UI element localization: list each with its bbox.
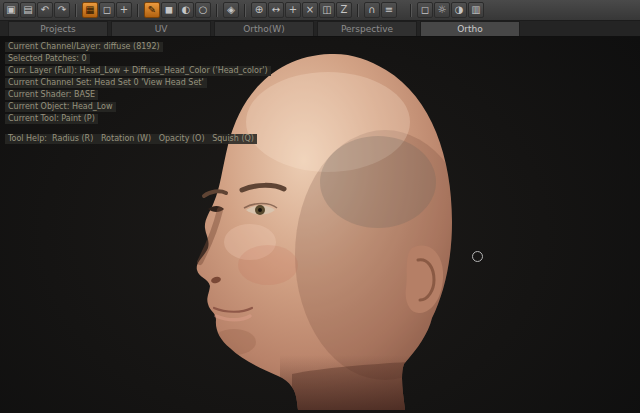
toolbar-separator [137, 4, 139, 17]
projection-group: ◈ [223, 2, 239, 18]
falloff-group: ∩ ≡ [364, 2, 397, 18]
hud-current-channel: Current Channel/Layer: diffuse (8192) [5, 42, 163, 52]
tab-projects[interactable]: Projects [8, 21, 108, 36]
toolbar-separator [216, 4, 218, 17]
hud-selected-patches: Selected Patches: 0 [5, 54, 90, 64]
main-toolbar: ▣ ▤ ↶ ↷ ▦ ◻ + ✎ ◼ ◐ ○ ◈ ⊕ ↔ + × ◫ [0, 0, 640, 21]
move-tool-icon[interactable]: + [116, 2, 132, 18]
mirror-plane-icon[interactable]: ◫ [319, 2, 335, 18]
paint-group: ✎ ◼ ◐ ○ [144, 2, 211, 18]
light-icon[interactable]: ☼ [434, 2, 450, 18]
select-tool-icon[interactable]: ◻ [99, 2, 115, 18]
project-group: ▣ ▤ ↶ ↷ [3, 2, 70, 18]
view-group: ◻ ☼ ◑ ▥ [417, 2, 484, 18]
toolbar-separator [75, 4, 77, 17]
tab-ortho[interactable]: Ortho [420, 21, 520, 36]
save-icon[interactable]: ▤ [20, 2, 36, 18]
tab-perspective[interactable]: Perspective [317, 21, 417, 36]
tab-ortho-w[interactable]: Ortho(W) [214, 21, 314, 36]
toolbar-separator [357, 4, 359, 17]
redo-icon[interactable]: ↷ [54, 2, 70, 18]
hud-channel-set: Current Channel Set: Head Set 0 'View He… [5, 78, 207, 88]
viewport-hud: Current Channel/Layer: diffuse (8192) Se… [5, 42, 271, 144]
hud-current-tool: Current Tool: Paint (P) [5, 114, 98, 124]
profile-icon[interactable]: ≡ [381, 2, 397, 18]
hud-tool-help: Tool Help: Radius (R) Rotation (W) Opaci… [5, 134, 257, 144]
wireframe-icon[interactable]: ▥ [468, 2, 484, 18]
toolbar-separator [410, 4, 412, 17]
paint-through-icon[interactable]: ◈ [223, 2, 239, 18]
mirror-cross-icon[interactable]: × [302, 2, 318, 18]
brush-cursor [472, 251, 483, 262]
tab-uv[interactable]: UV [111, 21, 211, 36]
camera-icon[interactable]: ◻ [417, 2, 433, 18]
buffer-group: ▦ ◻ + [82, 2, 132, 18]
clone-stamp-icon[interactable]: ◐ [178, 2, 194, 18]
mirror-vertical-icon[interactable]: + [285, 2, 301, 18]
falloff-icon[interactable]: ∩ [364, 2, 380, 18]
paint-brush-icon[interactable]: ✎ [144, 2, 160, 18]
depth-mask-icon[interactable]: Z [336, 2, 352, 18]
hud-current-layer: Curr. Layer (Full): Head_Low + Diffuse_H… [5, 66, 271, 76]
eraser-icon[interactable]: ◼ [161, 2, 177, 18]
shadow-icon[interactable]: ◑ [451, 2, 467, 18]
hud-current-object: Current Object: Head_Low [5, 102, 116, 112]
undo-icon[interactable]: ↶ [37, 2, 53, 18]
paint-buffer-icon[interactable]: ▦ [82, 2, 98, 18]
symmetry-group: ⊕ ↔ + × ◫ Z [251, 2, 352, 18]
toolbar-separator [244, 4, 246, 17]
app-window: ▣ ▤ ↶ ↷ ▦ ◻ + ✎ ◼ ◐ ○ ◈ ⊕ ↔ + × ◫ [0, 0, 640, 413]
mirror-horizontal-icon[interactable]: ↔ [268, 2, 284, 18]
viewport-tabbar: Projects UV Ortho(W) Perspective Ortho [0, 21, 640, 37]
paint-viewport[interactable]: Current Channel/Layer: diffuse (8192) Se… [0, 37, 640, 413]
cube-icon[interactable]: ▣ [3, 2, 19, 18]
hud-current-shader: Current Shader: BASE [5, 90, 98, 100]
blur-icon[interactable]: ○ [195, 2, 211, 18]
mirror-radial-icon[interactable]: ⊕ [251, 2, 267, 18]
